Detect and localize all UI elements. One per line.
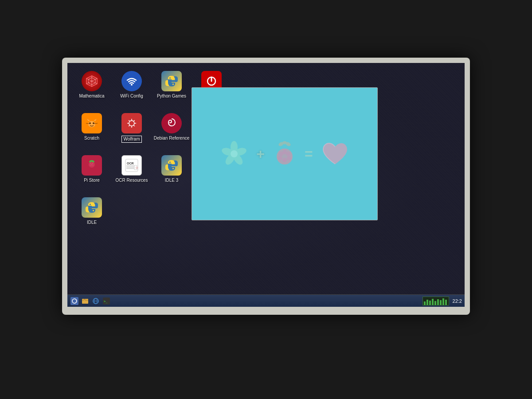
idle-icon bbox=[82, 197, 102, 218]
svg-point-62 bbox=[93, 210, 94, 211]
svg-point-9 bbox=[131, 84, 133, 86]
icon-scratch[interactable]: Scratch bbox=[72, 110, 112, 149]
svg-point-53 bbox=[169, 162, 171, 163]
scratch-label: Scratch bbox=[84, 136, 99, 141]
svg-rect-96 bbox=[445, 300, 447, 305]
svg-point-77 bbox=[282, 158, 287, 162]
heart-icon bbox=[320, 140, 351, 168]
ocr-resources-icon: OCR ☆ bbox=[121, 155, 142, 176]
svg-point-44 bbox=[93, 165, 94, 166]
debian-reference-icon bbox=[161, 113, 182, 133]
python-games-label: Python Games bbox=[157, 94, 186, 99]
screen-inner: Mathematica WiFi Config bbox=[67, 63, 465, 307]
icon-idle3[interactable]: IDLE 3 bbox=[152, 152, 192, 192]
svg-point-42 bbox=[91, 164, 92, 165]
system-monitor bbox=[422, 297, 449, 305]
idle3-icon bbox=[161, 155, 182, 176]
taskbar-filemanager-button[interactable] bbox=[81, 297, 90, 305]
taskbar: >_ bbox=[67, 294, 465, 307]
svg-rect-93 bbox=[437, 299, 439, 305]
taskbar-menu-button[interactable] bbox=[70, 297, 79, 305]
raspberry-icon bbox=[271, 140, 298, 168]
svg-point-71 bbox=[282, 141, 287, 144]
open-window: + bbox=[192, 87, 378, 220]
svg-point-75 bbox=[286, 152, 290, 156]
svg-rect-23 bbox=[125, 116, 139, 130]
icon-mathematica[interactable]: Mathematica bbox=[72, 67, 112, 107]
svg-point-10 bbox=[169, 78, 171, 79]
idle3-label: IDLE 3 bbox=[165, 178, 179, 183]
svg-rect-91 bbox=[432, 299, 434, 305]
svg-point-43 bbox=[90, 165, 91, 166]
svg-point-78 bbox=[287, 156, 291, 160]
scratch-icon bbox=[82, 113, 102, 133]
python-games-icon bbox=[161, 71, 182, 91]
wifi-config-label: WiFi Config bbox=[120, 94, 143, 99]
svg-point-39 bbox=[91, 160, 93, 161]
svg-point-54 bbox=[172, 168, 174, 169]
wifi-config-icon bbox=[121, 71, 142, 91]
svg-point-61 bbox=[90, 204, 91, 205]
wolfram-label: Wolfram bbox=[121, 136, 141, 143]
svg-point-40 bbox=[90, 163, 91, 164]
svg-point-41 bbox=[92, 163, 93, 164]
svg-point-76 bbox=[278, 156, 282, 160]
taskbar-right: 22:2 bbox=[422, 297, 462, 305]
desktop: Mathematica WiFi Config bbox=[67, 63, 465, 294]
taskbar-terminal-button[interactable]: >_ bbox=[102, 297, 111, 305]
flower-icon bbox=[219, 138, 250, 169]
ocr-resources-label: OCR Resources bbox=[116, 178, 148, 183]
icon-wolfram[interactable]: Wolfram bbox=[112, 110, 152, 149]
svg-point-68 bbox=[231, 150, 238, 157]
svg-rect-89 bbox=[426, 300, 428, 305]
svg-text:☆: ☆ bbox=[135, 166, 138, 170]
svg-rect-90 bbox=[429, 301, 431, 305]
svg-point-17 bbox=[89, 122, 91, 124]
svg-rect-94 bbox=[440, 300, 442, 305]
svg-point-18 bbox=[93, 122, 94, 124]
window-content: + bbox=[192, 88, 377, 220]
svg-rect-95 bbox=[442, 298, 444, 305]
mathematica-icon bbox=[82, 71, 102, 91]
mathematica-label: Mathematica bbox=[79, 94, 104, 99]
plus-sign: + bbox=[256, 146, 265, 162]
svg-text:>_: >_ bbox=[104, 300, 108, 303]
svg-text:OCR: OCR bbox=[127, 162, 134, 165]
icon-ocr-resources[interactable]: OCR ☆ OCR Resources bbox=[112, 152, 152, 192]
taskbar-browser-button[interactable] bbox=[91, 297, 100, 305]
pi-store-icon bbox=[82, 155, 102, 176]
svg-rect-88 bbox=[424, 301, 426, 305]
debian-reference-label: Debian Reference bbox=[154, 136, 190, 141]
icon-python-games[interactable]: Python Games bbox=[152, 67, 192, 107]
wolfram-icon bbox=[121, 113, 142, 133]
idle-label: IDLE bbox=[87, 220, 97, 225]
icon-idle[interactable]: IDLE bbox=[72, 194, 112, 234]
icon-pi-store[interactable]: Pi Store bbox=[72, 152, 112, 192]
screen-outer: Mathematica WiFi Config bbox=[62, 58, 470, 315]
equals-sign: = bbox=[305, 146, 313, 162]
taskbar-left: >_ bbox=[70, 297, 111, 305]
icon-wifi-config[interactable]: WiFi Config bbox=[112, 67, 152, 107]
svg-rect-79 bbox=[70, 297, 78, 305]
pi-store-label: Pi Store bbox=[84, 178, 100, 183]
icon-debian[interactable]: Debian Reference bbox=[152, 110, 192, 149]
svg-point-11 bbox=[172, 84, 174, 85]
svg-rect-92 bbox=[434, 301, 436, 305]
taskbar-time: 22:2 bbox=[453, 298, 462, 304]
